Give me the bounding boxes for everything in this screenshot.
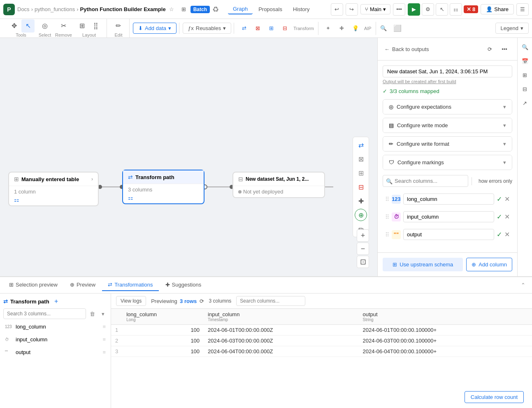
float-plus-btn[interactable]: ⊕ [355,209,367,221]
batch-badge[interactable]: Batch [190,6,210,13]
column-search-input[interactable] [383,175,468,187]
breadcrumb-python[interactable]: python_functions [35,6,75,12]
select-btn[interactable]: ◎ Select [37,19,53,38]
canvas[interactable]: ⊞ Manually entered table › 1 column ⚏ ⇄ … [0,38,377,276]
settings-btn[interactable]: ⚙ [422,3,434,16]
breadcrumb-docs[interactable]: Docs [17,6,30,12]
tab-suggestions[interactable]: ✚ Suggestions [160,279,207,291]
redo-btn[interactable]: ↪ [346,3,358,16]
search-btn[interactable]: 🔍 [377,22,390,35]
panel-more-btn[interactable]: ••• [498,43,511,55]
move-tool[interactable]: ✥ [7,19,21,33]
more-cols-btn[interactable]: ▾ [98,309,107,318]
far-grid-btn[interactable]: ⊞ [519,69,531,81]
transform-btn-4[interactable]: ⊟ [278,22,291,35]
col-remove-btn-3[interactable]: ✕ [504,231,510,238]
config-markings-header[interactable]: 🛡 Configure markings ▾ [383,155,512,170]
share-btn[interactable]: 👤 Share [481,4,514,14]
tab-preview[interactable]: ⊕ Preview [64,279,101,291]
calculate-row-btn[interactable]: Calculate row count [465,391,524,403]
error-badge[interactable]: ✕ 8 [464,5,478,13]
config-expectations-header[interactable]: ◎ Configure expectations ▾ [383,100,512,114]
col-list-item-2[interactable]: ⏱ input_column ≡ [3,334,107,345]
add-data-btn[interactable]: ⬇ Add data ▾ [133,23,177,34]
far-search-btn[interactable]: 🔍 [519,41,531,53]
float-transform-btn[interactable]: ⇄ [355,139,367,151]
caption-btn[interactable]: ⬜ [391,22,404,35]
delete-cols-btn[interactable]: 🗑 [88,309,97,318]
col-remove-btn-1[interactable]: ✕ [504,195,510,203]
fit-btn[interactable]: ⊡ [357,256,369,268]
transform-node[interactable]: ⇄ Transform path 3 columns ⚏ [122,170,204,204]
col-list-item-1[interactable]: 123 long_column ≡ [3,322,107,332]
transform-node-title: Transform path [135,174,174,180]
transform-btn-2[interactable]: ⊠ [251,22,264,35]
drag-handle-1[interactable]: ⠿ [385,196,389,203]
pointer-tool[interactable]: ↖ [21,19,35,33]
zoom-in-btn[interactable]: + [357,229,369,242]
cursor-btn[interactable]: ↖ [436,3,448,16]
tab-selection-preview[interactable]: ⊞ Selection preview [3,279,63,291]
expand-icon[interactable]: › [91,176,93,182]
dataset-name-input[interactable] [383,65,512,77]
view-logs-btn[interactable]: View logs [116,296,146,306]
float-add-btn[interactable]: ✚ [355,195,367,207]
recycle-icon[interactable]: ♻ [212,5,219,14]
float-remove-btn[interactable]: ⊟ [355,181,367,193]
config-write-format-header[interactable]: ✏ Configure write format ▾ [383,137,512,151]
search-cols-right-input[interactable] [236,296,305,306]
col-remove-btn-2[interactable]: ✕ [504,213,510,221]
manually-entered-node[interactable]: ⊞ Manually entered table › 1 column ⚏ [8,172,99,206]
tools-btn[interactable]: ✥ ↖ Tools [6,19,36,38]
col-name-input-2[interactable] [403,211,494,222]
run-btn[interactable]: ▶ [408,3,420,16]
drag-handle-3[interactable]: ⠿ [385,231,389,238]
float-aip-btn[interactable]: ⊠ [355,153,367,165]
grid-layout[interactable]: ⊞ [76,19,89,33]
aip-btn-2[interactable]: ✚ [335,22,348,35]
dots-layout[interactable]: ⣿ [89,19,102,33]
star-icon[interactable]: ☆ [169,6,174,12]
menu-btn[interactable]: ☰ [516,3,529,16]
nav-graph[interactable]: Graph [228,4,253,14]
config-write-mode-header[interactable]: ▤ Configure write mode ▾ [383,118,512,133]
far-calendar-btn[interactable]: 📅 [519,55,531,67]
edit-btn[interactable]: ✏ Edit [110,19,127,38]
undo-btn[interactable]: ↩ [331,3,343,16]
remove-tool[interactable]: ✂ [57,19,70,33]
more-btn[interactable]: ••• [393,3,405,16]
legend-btn[interactable]: Legend ▾ [495,23,529,34]
col-name-input-3[interactable] [403,229,494,240]
output-node[interactable]: ⊟ New dataset Sat, Jun 1, 2... Not yet d… [232,172,325,198]
add-column-btn[interactable]: ⊕ Add column [466,258,512,271]
back-to-outputs-btn[interactable]: ← Back to outputs [384,46,429,52]
remove-btn[interactable]: ✂ Remove [53,19,74,38]
use-upstream-btn[interactable]: ⊞ Use upstream schema [383,258,463,271]
edit-tool[interactable]: ✏ [112,19,125,33]
col-list-item-3[interactable]: "" output ≡ [3,347,107,357]
branch-btn[interactable]: ⑂ Main ▾ [360,4,390,14]
circle-select[interactable]: ◎ [38,19,51,33]
tab-transformations[interactable]: ⇄ Transformations [102,279,158,291]
search-cols-input[interactable] [3,308,86,319]
add-transform-btn[interactable]: + [52,297,61,306]
float-grid-btn[interactable]: ⊞ [355,167,367,179]
far-arrow-btn[interactable]: ↗ [519,97,531,109]
far-split-btn[interactable]: ⊟ [519,83,531,95]
aip-btn-1[interactable]: ✦ [322,22,335,35]
layout-btn[interactable]: ⊞ ⣿ Layout [74,19,104,38]
aip-btn-3[interactable]: 💡 [349,22,362,35]
collapse-btn[interactable]: ⌃ [517,280,529,291]
col-name-input-1[interactable] [403,194,494,205]
panel-refresh-btn[interactable]: ⟳ [483,43,496,55]
transform-btn-1[interactable]: ⇄ [237,22,251,35]
nav-proposals[interactable]: Proposals [253,5,287,14]
nav-history[interactable]: History [288,5,314,14]
refresh-icon[interactable]: ⟳ [200,298,204,304]
show-errors-toggle[interactable] [472,177,472,185]
layout-btn[interactable]: ⚏ [450,3,462,16]
zoom-out-btn[interactable]: − [357,242,369,255]
reusables-btn[interactable]: ƒx Reusables ▾ [183,23,231,34]
drag-handle-2[interactable]: ⠿ [385,214,389,220]
transform-btn-3[interactable]: ⊞ [265,22,278,35]
